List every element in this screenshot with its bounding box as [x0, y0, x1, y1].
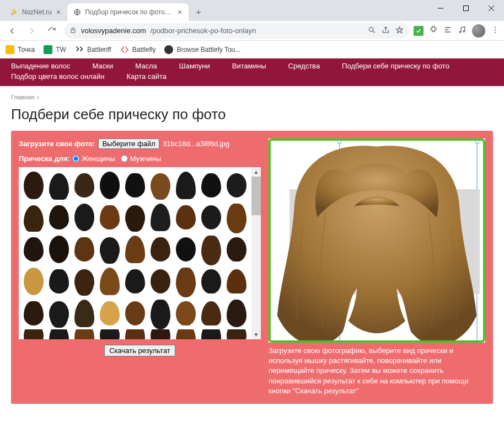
hairstyle-option[interactable]	[72, 297, 97, 329]
hairstyle-option[interactable]	[199, 201, 224, 233]
bookmark-item[interactable]: Browse Battlefy Tou...	[164, 45, 240, 54]
breadcrumb-home[interactable]: Главная	[11, 94, 34, 100]
hairstyle-option[interactable]	[224, 297, 249, 329]
hairstyle-option[interactable]	[173, 233, 199, 265]
hairstyle-option[interactable]	[72, 169, 97, 201]
hairstyle-option[interactable]	[97, 233, 122, 265]
hairstyle-option[interactable]	[224, 201, 249, 233]
hairstyle-option[interactable]	[148, 265, 173, 297]
hairstyle-option[interactable]	[46, 201, 72, 233]
nav-link[interactable]: Витамины	[232, 61, 266, 71]
hairstyle-option[interactable]	[72, 329, 97, 339]
hairstyle-option[interactable]	[122, 329, 148, 339]
tab-close-icon[interactable]: ×	[55, 8, 62, 17]
hairstyle-option[interactable]	[148, 329, 173, 339]
hairstyle-option[interactable]	[122, 233, 148, 265]
hairstyle-option[interactable]	[46, 297, 72, 329]
ext-list-icon[interactable]	[443, 25, 452, 36]
nav-link[interactable]: Карта сайта	[127, 71, 167, 82]
hairstyle-option[interactable]	[122, 265, 148, 297]
nav-link[interactable]: Подбор цвета волос онлайн	[11, 71, 105, 82]
maximize-button[interactable]	[453, 0, 479, 17]
hairstyle-option[interactable]	[224, 233, 249, 265]
menu-dots-icon[interactable]	[491, 25, 500, 36]
hairstyle-option[interactable]	[199, 265, 224, 297]
nav-link[interactable]: Подбери себе прическу по фото	[342, 61, 449, 71]
minimize-button[interactable]	[428, 0, 453, 17]
choose-file-button[interactable]: Выберите файл	[98, 138, 159, 149]
hairstyle-option[interactable]	[21, 297, 46, 329]
hairstyle-option[interactable]	[173, 169, 199, 201]
reload-button[interactable]	[44, 23, 60, 39]
scrollbar[interactable]: ▲ ▼	[251, 167, 261, 339]
hairstyle-option[interactable]	[46, 233, 72, 265]
nav-link[interactable]: Шампуни	[179, 61, 210, 71]
hairstyle-option[interactable]	[173, 265, 199, 297]
hairstyle-option[interactable]	[46, 329, 72, 339]
hairstyle-option[interactable]	[199, 329, 224, 339]
back-button[interactable]	[4, 23, 20, 39]
hairstyle-option[interactable]	[97, 297, 122, 329]
gender-female-radio[interactable]	[72, 155, 79, 162]
bookmark-item[interactable]: Точка	[6, 45, 35, 54]
hairstyle-option[interactable]	[21, 329, 46, 339]
hairstyle-option[interactable]	[148, 201, 173, 233]
hairstyle-option[interactable]	[224, 169, 249, 201]
scroll-up-icon[interactable]: ▲	[251, 167, 261, 177]
hairstyle-option[interactable]	[72, 265, 97, 297]
bookmark-star-icon[interactable]	[395, 26, 404, 36]
extensions-puzzle-icon[interactable]	[429, 25, 438, 36]
hairstyle-option[interactable]	[21, 233, 46, 265]
hairstyle-option[interactable]	[72, 233, 97, 265]
hairstyle-option[interactable]	[173, 201, 199, 233]
ext-check-icon[interactable]	[414, 26, 423, 36]
preview-canvas[interactable]	[269, 138, 485, 343]
hairstyle-option[interactable]	[97, 201, 122, 233]
hairstyle-option[interactable]	[148, 169, 173, 201]
hairstyle-option[interactable]	[97, 329, 122, 339]
hairstyle-option[interactable]	[199, 169, 224, 201]
omnibox[interactable]: volosvypadenie.com/podbor-prichesok-po-f…	[64, 23, 409, 39]
hairstyle-overlay[interactable]	[269, 138, 485, 343]
hairstyle-option[interactable]	[224, 329, 249, 339]
bookmark-item[interactable]: Battlefly	[120, 45, 156, 54]
hairstyle-option[interactable]	[148, 297, 173, 329]
hairstyle-option[interactable]	[122, 169, 148, 201]
scroll-thumb[interactable]	[251, 177, 261, 215]
hairstyle-option[interactable]	[199, 297, 224, 329]
browser-tab-0[interactable]: NozNet.ru ×	[4, 3, 67, 21]
nav-link[interactable]: Маски	[93, 61, 114, 71]
search-in-page-icon[interactable]	[368, 26, 376, 36]
page-viewport[interactable]: Выпадение волосМаскиМаслаШампуниВитамины…	[0, 58, 504, 427]
tab-close-icon[interactable]: ×	[176, 8, 183, 17]
download-result-button[interactable]: Скачать результат	[104, 345, 175, 356]
bookmark-item[interactable]: TW	[44, 45, 66, 54]
close-window-button[interactable]	[479, 0, 504, 17]
hairstyle-option[interactable]	[46, 265, 72, 297]
hairstyle-option[interactable]	[122, 297, 148, 329]
new-tab-button[interactable]: ＋	[191, 4, 206, 20]
hairstyle-option[interactable]	[122, 201, 148, 233]
hairstyle-option[interactable]	[21, 169, 46, 201]
hairstyle-option[interactable]	[173, 297, 199, 329]
hairstyle-option[interactable]	[46, 169, 72, 201]
hairstyle-option[interactable]	[72, 201, 97, 233]
scroll-down-icon[interactable]: ▼	[251, 330, 261, 339]
hairstyle-option[interactable]	[97, 169, 122, 201]
hairstyle-option[interactable]	[148, 233, 173, 265]
ext-music-icon[interactable]	[458, 25, 467, 36]
nav-link[interactable]: Выпадение волос	[11, 61, 71, 71]
nav-link[interactable]: Средства	[288, 61, 320, 71]
profile-avatar[interactable]	[472, 24, 485, 38]
hairstyle-option[interactable]	[21, 265, 46, 297]
hairstyle-option[interactable]	[173, 329, 199, 339]
forward-button[interactable]	[24, 23, 40, 39]
bookmark-item[interactable]: Battleriff	[75, 45, 111, 54]
hairstyle-option[interactable]	[199, 233, 224, 265]
hairstyle-option[interactable]	[21, 201, 46, 233]
browser-tab-1[interactable]: Подбор причесок по фото онла ×	[67, 3, 189, 21]
hairstyle-option[interactable]	[97, 265, 122, 297]
share-icon[interactable]	[382, 26, 390, 36]
nav-link[interactable]: Масла	[135, 61, 157, 71]
gender-male-radio[interactable]	[121, 155, 128, 162]
